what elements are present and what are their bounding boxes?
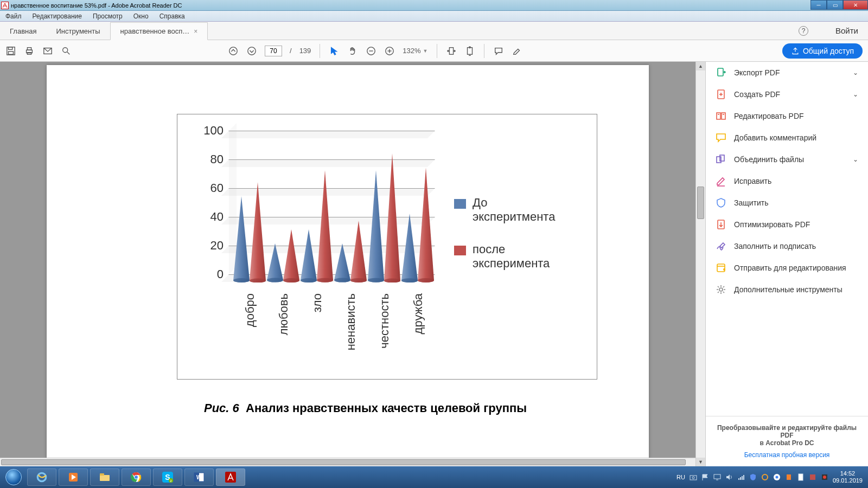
- window-minimize-button[interactable]: ─: [810, 0, 827, 10]
- svg-rect-39: [720, 155, 724, 161]
- tab-tools[interactable]: Инструменты: [46, 23, 110, 40]
- tools-panel-more[interactable]: Дополнительные инструменты: [706, 279, 868, 300]
- tray-shield-icon[interactable]: [749, 473, 757, 481]
- zoom-dropdown[interactable]: 132%▼: [403, 47, 427, 55]
- hand-tool-icon[interactable]: [347, 46, 358, 56]
- svg-point-60: [692, 477, 694, 479]
- tray-security-icon[interactable]: [809, 473, 816, 481]
- sign-icon: [716, 241, 726, 252]
- tray-volume-icon[interactable]: [725, 473, 733, 481]
- tab-document[interactable]: нравственное восп… ×: [110, 22, 208, 40]
- tray-network-icon[interactable]: [737, 473, 745, 481]
- chart-cone: [384, 153, 400, 283]
- zoom-out-icon[interactable]: [366, 46, 376, 56]
- taskbar-clock[interactable]: 14:52 09.01.2019: [833, 470, 863, 484]
- menu-bar: Файл Редактирование Просмотр Окно Справк…: [0, 11, 868, 22]
- chart-x-tick: зло: [310, 293, 324, 312]
- scroll-down-icon[interactable]: ▼: [696, 458, 705, 466]
- window-maximize-button[interactable]: ▭: [827, 0, 843, 10]
- tools-panel-export[interactable]: Экспорт PDF⌄: [706, 62, 868, 84]
- help-icon[interactable]: ?: [799, 26, 808, 36]
- tools-panel-sign[interactable]: Заполнить и подписать: [706, 235, 868, 257]
- fit-page-icon[interactable]: [464, 46, 475, 56]
- chart-y-tick: 100: [203, 124, 224, 138]
- chart-y-tick: 60: [210, 181, 224, 195]
- email-icon[interactable]: [42, 46, 53, 56]
- search-icon[interactable]: [61, 46, 72, 56]
- tool-label: Отправить для редактирования: [734, 264, 846, 272]
- tray-monitor-icon[interactable]: [713, 473, 721, 481]
- promo-trial-link[interactable]: Бесплатная пробная версия: [711, 451, 863, 459]
- legend-item: послеэксперимента: [454, 242, 555, 271]
- sign-in-button[interactable]: Войти: [835, 26, 858, 35]
- tools-panel-optimize[interactable]: Оптимизировать PDF: [706, 214, 868, 235]
- document-viewport[interactable]: 020406080100добролюбовьзлоненавистьчестн…: [0, 62, 695, 466]
- tools-panel-create[interactable]: Создать PDF⌄: [706, 84, 868, 105]
- tools-panel-redact[interactable]: Исправить: [706, 170, 868, 192]
- menu-view[interactable]: Просмотр: [87, 12, 128, 20]
- system-tray: RU 14:52 09.01.2019: [676, 470, 866, 484]
- tray-page-icon[interactable]: [797, 473, 805, 481]
- selection-tool-icon[interactable]: [329, 46, 340, 56]
- tab-close-icon[interactable]: ×: [194, 28, 197, 35]
- svg-rect-70: [787, 474, 791, 480]
- tool-label: Защитить: [734, 198, 769, 207]
- page-total: 139: [299, 47, 311, 55]
- toolbar: / 139 132%▼ Общий доступ: [0, 40, 868, 62]
- tools-panel-comment[interactable]: Добавить комментарий: [706, 127, 868, 149]
- svg-point-19: [250, 278, 266, 282]
- clock-time: 14:52: [833, 470, 863, 477]
- svg-point-10: [248, 47, 256, 54]
- tray-jack-icon[interactable]: [785, 473, 793, 481]
- svg-rect-61: [714, 474, 720, 479]
- tab-home[interactable]: Главная: [0, 23, 46, 40]
- taskbar-acrobat[interactable]: [216, 468, 245, 486]
- chart-cone: [233, 196, 250, 282]
- tools-panel-combine[interactable]: Объединить файлы⌄: [706, 149, 868, 170]
- page-down-icon[interactable]: [246, 46, 257, 56]
- tray-chrome-icon[interactable]: [773, 473, 781, 481]
- page-number-input[interactable]: [265, 46, 282, 56]
- legend-label: послеэксперимента: [473, 242, 550, 271]
- taskbar-chrome[interactable]: [122, 468, 151, 486]
- window-close-button[interactable]: ✕: [843, 0, 868, 10]
- tools-panel-edit[interactable]: Редактировать PDF: [706, 105, 868, 127]
- tray-av-icon[interactable]: [821, 473, 828, 481]
- zoom-value: 132%: [403, 47, 420, 55]
- comment-icon[interactable]: [493, 46, 504, 56]
- chart-cone: [350, 221, 367, 282]
- share-button[interactable]: Общий доступ: [782, 43, 863, 59]
- tray-sync-icon[interactable]: [761, 473, 769, 481]
- combine-icon: [716, 154, 726, 165]
- scroll-up-icon[interactable]: ▲: [696, 62, 705, 70]
- language-indicator[interactable]: RU: [676, 474, 685, 480]
- chart-cone: [283, 229, 299, 282]
- tools-panel-send[interactable]: Отправить для редактирования: [706, 257, 868, 279]
- chart-cone: [418, 168, 434, 282]
- taskbar-ie[interactable]: [27, 468, 56, 486]
- vertical-scrollbar[interactable]: ▲ ▼: [695, 62, 705, 466]
- tray-flag-icon[interactable]: [701, 473, 709, 481]
- highlight-icon[interactable]: [512, 46, 522, 56]
- start-button[interactable]: [2, 468, 25, 486]
- vscroll-thumb[interactable]: [697, 187, 704, 219]
- taskbar-explorer[interactable]: [90, 468, 119, 486]
- page-up-icon[interactable]: [228, 46, 239, 56]
- menu-edit[interactable]: Редактирование: [27, 12, 87, 20]
- zoom-in-icon[interactable]: [384, 46, 395, 56]
- taskbar-media[interactable]: [59, 468, 88, 486]
- tools-panel-protect[interactable]: Защитить: [706, 192, 868, 214]
- taskbar-skype[interactable]: S2: [153, 468, 182, 486]
- print-icon[interactable]: [24, 46, 35, 56]
- save-icon[interactable]: [5, 46, 16, 56]
- horizontal-scrollbar[interactable]: [0, 458, 695, 466]
- menu-file[interactable]: Файл: [0, 12, 27, 20]
- taskbar-word[interactable]: W: [184, 468, 214, 486]
- svg-point-69: [775, 476, 778, 479]
- menu-window[interactable]: Окно: [128, 12, 154, 20]
- tray-camera-icon[interactable]: [690, 473, 697, 481]
- hscroll-thumb[interactable]: [1, 459, 686, 465]
- tab-bar: Главная Инструменты нравственное восп… ×…: [0, 22, 868, 40]
- menu-help[interactable]: Справка: [154, 12, 190, 20]
- fit-width-icon[interactable]: [446, 46, 457, 56]
